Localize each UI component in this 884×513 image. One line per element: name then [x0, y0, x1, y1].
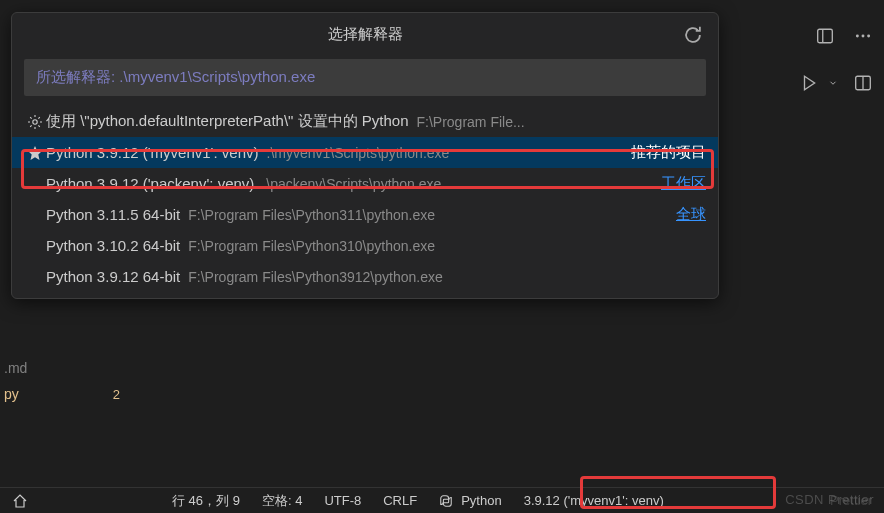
- interpreter-option[interactable]: Python 3.9.12 64-bitF:\Program Files\Pyt…: [12, 261, 718, 292]
- run-icon[interactable]: [796, 70, 822, 96]
- interpreter-option[interactable]: 使用 \"python.defaultInterpreterPath\" 设置中…: [12, 106, 718, 137]
- layout-sidebar-icon[interactable]: [812, 23, 838, 49]
- run-chevron-icon[interactable]: [828, 78, 838, 88]
- interpreter-picker: 选择解释器 使用 \"python.defaultInterpreterPath…: [11, 12, 719, 299]
- editor-actions: [812, 23, 876, 49]
- interpreter-option[interactable]: Python 3.9.12 ('myvenv1': venv).\myvenv1…: [12, 137, 718, 168]
- interpreter-option[interactable]: Python 3.11.5 64-bitF:\Program Files\Pyt…: [12, 199, 718, 230]
- file-row[interactable]: .md: [0, 355, 130, 381]
- status-cursor[interactable]: 行 46，列 9: [168, 492, 244, 510]
- interpreter-option[interactable]: Python 3.10.2 64-bitF:\Program Files\Pyt…: [12, 230, 718, 261]
- status-spaces[interactable]: 空格: 4: [258, 492, 306, 510]
- option-desc: F:\Program Files\Python311\python.exe: [188, 207, 666, 223]
- option-desc: F:\Program Files\Python3912\python.exe: [188, 269, 706, 285]
- option-label: Python 3.10.2 64-bit: [46, 237, 180, 254]
- status-encoding[interactable]: UTF-8: [320, 493, 365, 508]
- status-eol[interactable]: CRLF: [379, 493, 421, 508]
- explorer-snippet: .md py 2: [0, 355, 130, 407]
- interpreter-option[interactable]: Python 3.9.12 ('packenv': venv).\packenv…: [12, 168, 718, 199]
- star-icon: [24, 145, 46, 161]
- file-row[interactable]: py 2: [0, 381, 130, 407]
- interpreter-path-input[interactable]: [24, 59, 706, 96]
- picker-title-bar: 选择解释器: [12, 13, 718, 55]
- option-label: Python 3.11.5 64-bit: [46, 206, 180, 223]
- option-tag: 推荐的项目: [621, 143, 706, 162]
- refresh-icon[interactable]: [680, 22, 706, 48]
- option-tag[interactable]: 工作区: [651, 174, 706, 193]
- status-interpreter[interactable]: 3.9.12 ('myvenv1': venv): [520, 493, 668, 508]
- svg-point-7: [33, 119, 37, 123]
- interpreter-list: 使用 \"python.defaultInterpreterPath\" 设置中…: [12, 106, 718, 292]
- file-badge: 2: [113, 387, 120, 402]
- status-language[interactable]: Python: [435, 493, 505, 508]
- more-icon[interactable]: [850, 23, 876, 49]
- status-prettier[interactable]: Prettier: [826, 493, 876, 508]
- file-ext: py: [4, 386, 19, 402]
- editor-actions-2: [796, 70, 876, 96]
- file-ext: .md: [4, 360, 27, 376]
- gear-icon: [24, 114, 46, 130]
- option-label: Python 3.9.12 ('packenv': venv): [46, 175, 254, 192]
- svg-point-3: [862, 35, 865, 38]
- option-desc: F:\Program File...: [416, 114, 706, 130]
- svg-point-2: [856, 35, 859, 38]
- option-desc: .\myvenv1\Scripts\python.exe: [267, 145, 622, 161]
- option-label: Python 3.9.12 64-bit: [46, 268, 180, 285]
- option-desc: .\packenv\Scripts\python.exe: [262, 176, 651, 192]
- option-tag[interactable]: 全球: [666, 205, 706, 224]
- split-editor-icon[interactable]: [850, 70, 876, 96]
- option-label: Python 3.9.12 ('myvenv1': venv): [46, 144, 259, 161]
- svg-rect-0: [818, 29, 833, 43]
- home-icon[interactable]: [8, 493, 32, 509]
- picker-title: 选择解释器: [328, 25, 403, 44]
- status-bar: 行 46，列 9 空格: 4 UTF-8 CRLF Python 3.9.12 …: [0, 487, 884, 513]
- option-label: 使用 \"python.defaultInterpreterPath\" 设置中…: [46, 112, 408, 131]
- option-desc: F:\Program Files\Python310\python.exe: [188, 238, 706, 254]
- svg-point-4: [867, 35, 870, 38]
